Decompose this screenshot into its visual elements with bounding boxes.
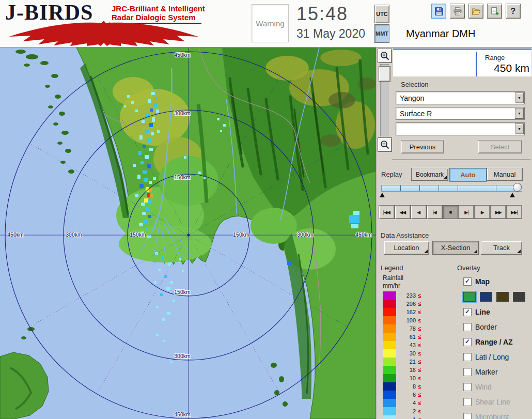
radar-map[interactable]: 150km150km150km150km300km300km300km300km… xyxy=(0,48,376,419)
checkbox[interactable]: ✓ xyxy=(463,338,472,346)
play-button[interactable]: ▶ xyxy=(474,205,490,219)
open-file-button[interactable] xyxy=(468,4,483,19)
dropdown-arrow-glyph: ▼ xyxy=(518,112,521,115)
mmt-button[interactable]: MMT xyxy=(374,24,389,43)
legend-row: 6≤ xyxy=(383,391,445,399)
legend-lte-symbol: ≤ xyxy=(418,416,421,419)
legend-color-swatch xyxy=(383,324,396,333)
zoom-out-button[interactable] xyxy=(378,137,392,152)
legend-lte-symbol: ≤ xyxy=(418,383,421,390)
legend-value: 2 xyxy=(396,408,416,414)
stop-button[interactable]: ■ xyxy=(443,205,459,219)
previous-button[interactable]: Previous xyxy=(401,140,444,153)
clock-time: 15:48 xyxy=(296,3,348,25)
chevron-down-icon[interactable]: ▼ xyxy=(515,123,524,134)
map-style-swatch[interactable] xyxy=(480,292,492,302)
range-ring-label: 150km xyxy=(174,174,191,180)
checkbox[interactable] xyxy=(463,323,472,331)
rain-cell xyxy=(179,258,181,260)
site-dropdown[interactable]: Yangon ▼ xyxy=(396,91,525,104)
rain-cell xyxy=(149,148,153,151)
map-style-swatch[interactable] xyxy=(463,292,476,302)
legend-value: 1 xyxy=(396,416,416,419)
rain-cell xyxy=(145,227,148,230)
overlay-item-range-az[interactable]: ✓Range / AZ xyxy=(463,334,530,349)
checkbox[interactable]: ✓ xyxy=(463,277,472,286)
fast-rewind-button[interactable]: ◀◀ xyxy=(395,205,411,219)
station-title: Myanmar DMH xyxy=(406,28,475,40)
rain-cell xyxy=(154,281,157,284)
checkbox[interactable]: ✓ xyxy=(463,308,472,316)
x-section-button[interactable]: X-Section xyxy=(432,241,479,255)
legend-color-swatch xyxy=(383,366,396,374)
checkbox[interactable] xyxy=(463,368,472,376)
overlay-item-border[interactable]: Border xyxy=(463,319,530,334)
chevron-down-icon[interactable]: ▼ xyxy=(515,108,524,119)
replay-slider-track[interactable] xyxy=(381,185,522,192)
map-style-swatch[interactable] xyxy=(496,292,509,302)
zoom-slider-thumb[interactable] xyxy=(379,66,390,82)
legend-row: 21≤ xyxy=(383,358,445,366)
rain-cell xyxy=(148,200,151,204)
legend-row: 43≤ xyxy=(383,341,445,349)
rain-cell xyxy=(184,156,186,159)
rain-cell xyxy=(220,130,222,132)
checkbox[interactable] xyxy=(463,353,472,361)
map-style-swatch[interactable] xyxy=(513,292,525,302)
save-button[interactable] xyxy=(431,4,446,19)
checkbox xyxy=(463,413,472,419)
range-ring-label: 450km xyxy=(355,231,372,238)
help-button[interactable]: ? xyxy=(506,4,521,19)
step-forward-button[interactable]: ▶| xyxy=(458,205,474,219)
overlay-item-map[interactable]: ✓Map xyxy=(463,274,530,289)
selection-title: Selection xyxy=(401,81,428,88)
legend-value: 30 xyxy=(396,350,416,356)
overlay-item-marker[interactable]: Marker xyxy=(463,364,530,379)
legend-lte-symbol: ≤ xyxy=(418,301,421,307)
skip-first-button[interactable]: |◀◀ xyxy=(379,205,395,219)
rain-cell xyxy=(170,281,173,284)
auto-mode-button[interactable]: Auto xyxy=(449,168,487,182)
track-button[interactable]: Track xyxy=(481,241,522,255)
manual-mode-button[interactable]: Manual xyxy=(487,168,523,181)
location-button[interactable]: Location xyxy=(384,241,429,255)
rain-cell xyxy=(135,110,138,112)
playback-controls: |◀◀◀◀◀|◀■▶|▶▶▶▶▶| xyxy=(379,205,522,219)
zoom-in-button[interactable] xyxy=(378,49,392,63)
logo-block: J-BIRDS JRC-Brilliant & Intelligent Rada… xyxy=(0,0,248,48)
range-ring-label: 300km xyxy=(174,353,191,359)
bookmark-button[interactable]: Bookmark xyxy=(411,168,448,181)
step-back-button[interactable]: |◀ xyxy=(427,205,443,219)
rain-cell xyxy=(131,101,134,104)
product-dropdown[interactable]: Surface R ▼ xyxy=(396,107,525,120)
skip-last-button[interactable]: ▶▶| xyxy=(506,205,522,219)
legend-value: 43 xyxy=(396,342,416,348)
play-reverse-button[interactable]: ◀ xyxy=(411,205,427,219)
jbirds-application: J-BIRDS JRC-Brilliant & Intelligent Rada… xyxy=(0,0,532,419)
header: J-BIRDS JRC-Brilliant & Intelligent Rada… xyxy=(0,0,532,48)
print-button[interactable] xyxy=(450,4,465,19)
overlay-item-line[interactable]: ✓Line xyxy=(463,304,530,319)
replay-slider-thumb[interactable] xyxy=(513,183,522,192)
overlay-item-lati-long[interactable]: Lati / Long xyxy=(463,349,530,364)
rain-cell xyxy=(161,256,164,259)
legend-unit-line2: mm/hr xyxy=(383,282,400,289)
rain-cell xyxy=(160,293,163,296)
chevron-down-icon[interactable]: ▼ xyxy=(515,92,524,103)
rain-cell xyxy=(287,261,291,265)
radar-map-area[interactable]: 150km150km150km150km300km300km300km300km… xyxy=(0,48,376,419)
legend-lte-symbol: ≤ xyxy=(418,408,421,414)
legend-lte-symbol: ≤ xyxy=(418,400,421,406)
overlay-item-label: Border xyxy=(475,323,497,331)
rain-cell xyxy=(144,178,148,182)
product-dropdown-value: Surface R xyxy=(400,110,432,118)
legend-color-swatch xyxy=(383,308,396,316)
rain-cell xyxy=(147,138,151,143)
extra-dropdown[interactable]: ▼ xyxy=(396,122,525,135)
fast-forward-button[interactable]: ▶▶ xyxy=(490,205,506,219)
timezone-switch: UTC MMT xyxy=(374,5,390,43)
slider-start-marker[interactable] xyxy=(380,193,385,197)
export-image-button[interactable] xyxy=(487,4,502,19)
utc-button[interactable]: UTC xyxy=(374,5,389,23)
slider-end-marker[interactable] xyxy=(510,193,515,197)
